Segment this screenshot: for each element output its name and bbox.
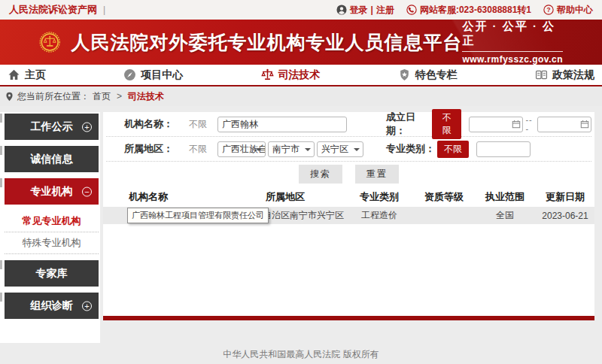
nav-item-judicial-tech[interactable]: 司法技术 xyxy=(261,68,321,82)
user-icon xyxy=(336,5,347,15)
sidebar-item-integrity-info[interactable]: 诚信信息 xyxy=(5,146,99,172)
org-name-any-text[interactable]: 不限 xyxy=(178,118,217,131)
province-select[interactable]: 广西壮族自治区 xyxy=(217,141,266,157)
sidebar-subitem-label: 特殊专业机构 xyxy=(23,236,81,250)
city-select[interactable]: 南宁市 xyxy=(268,141,315,157)
district-select-value: 兴宁区 xyxy=(321,143,348,156)
login-register-group: 登录 | 注册 xyxy=(336,4,394,17)
site-banner: 人民法院对外委托专业机构专业人员信息平台 公开 · 公平 · 公正 www.rm… xyxy=(0,20,602,65)
founding-date-label: 成立日期： xyxy=(386,111,432,138)
help-center-group[interactable]: ? 帮助中心 xyxy=(543,4,593,17)
form-actions: 搜索 重置 xyxy=(103,162,594,183)
col-header-org-name: 机构名称 xyxy=(103,190,226,204)
slogan-text: 公开 · 公平 · 公正 xyxy=(462,20,563,52)
sidebar-item-professional-orgs[interactable]: 专业机构 − xyxy=(5,178,99,205)
breadcrumb-current: 司法技术 xyxy=(128,90,164,103)
form-row-region: 所属地区： 不限 广西壮族自治区 南宁市 兴宁区 专业类别： 不限 xyxy=(106,137,591,162)
sidebar-subitem-common-orgs[interactable]: 常见专业机构 xyxy=(5,211,99,232)
sidebar-menu: 工作公示 + 诚信信息 专业机构 − 常见专业机构 特殊专业机构 专家库 组织诊… xyxy=(0,112,100,343)
col-header-updated: 更新日期 xyxy=(536,190,594,204)
nav-label: 政策法规 xyxy=(552,68,594,82)
col-header-scope: 执业范围 xyxy=(474,190,536,204)
hotline-text: 网站客服:023-63088881转1 xyxy=(420,4,531,17)
date-range-separator: --- xyxy=(525,115,535,133)
calendar-icon[interactable] xyxy=(580,120,589,129)
main-nav: 主页 项目中心 司法技术 特色专栏 政策法规 xyxy=(0,65,602,86)
org-name-input[interactable] xyxy=(217,117,347,132)
nav-item-home[interactable]: 主页 xyxy=(8,68,46,82)
topbar-divider: | xyxy=(103,5,105,15)
province-select-value: 广西壮族自治区 xyxy=(222,143,266,156)
help-center-link[interactable]: 帮助中心 xyxy=(557,4,593,17)
location-pin-icon xyxy=(5,92,14,102)
col-header-category: 专业类别 xyxy=(345,190,414,204)
org-scope-cell: 全国 xyxy=(474,209,536,222)
login-link[interactable]: 登录 xyxy=(350,4,368,17)
category-any-button[interactable]: 不限 xyxy=(437,141,469,158)
nav-label: 特色专栏 xyxy=(415,68,458,82)
category-label: 专业类别： xyxy=(386,142,437,156)
content-area: 工作公示 + 诚信信息 专业机构 − 常见专业机构 特殊专业机构 专家库 组织诊… xyxy=(0,106,602,343)
sidebar-item-work-publicity[interactable]: 工作公示 + xyxy=(5,114,99,140)
city-select-value: 南宁市 xyxy=(272,143,299,156)
nav-item-policies[interactable]: 政策法规 xyxy=(535,68,594,82)
court-emblem-icon xyxy=(39,25,60,59)
sidebar-item-org-diagnosis[interactable]: 组织诊断 + xyxy=(5,293,99,319)
top-utility-bar: 人民法院诉讼资产网 | 登录 | 注册 网站客服:023-63088881转1 … xyxy=(0,0,602,20)
col-header-grade: 资质等级 xyxy=(414,190,474,204)
sidebar-item-label: 专业机构 xyxy=(31,185,73,199)
reset-button[interactable]: 重置 xyxy=(355,165,399,184)
footer-copyright: 中华人民共和国最高人民法院 版权所有 xyxy=(0,343,602,361)
scales-icon xyxy=(261,68,274,81)
calendar-icon[interactable] xyxy=(512,120,521,129)
circle-minus-icon[interactable]: − xyxy=(82,187,92,196)
nav-item-featured-column[interactable]: 特色专栏 xyxy=(398,68,458,82)
breadcrumb: 您当前所在位置： 首页 > 司法技术 xyxy=(0,86,602,106)
sidebar-subitem-label: 常见专业机构 xyxy=(23,214,81,228)
hotline-group: 网站客服:023-63088881转1 xyxy=(406,4,531,17)
register-link[interactable]: 注册 xyxy=(376,4,394,17)
breadcrumb-separator: > xyxy=(117,91,122,102)
nav-label: 司法技术 xyxy=(278,68,321,82)
region-any-text[interactable]: 不限 xyxy=(178,143,217,156)
founding-date-any-button[interactable]: 不限 xyxy=(432,109,462,139)
help-icon: ? xyxy=(543,5,554,15)
sidebar-subitem-special-orgs[interactable]: 特殊专业机构 xyxy=(5,232,99,254)
category-input[interactable] xyxy=(476,141,531,157)
district-select[interactable]: 兴宁区 xyxy=(317,141,363,157)
login-register-divider: | xyxy=(371,5,373,15)
date-to-field xyxy=(537,117,591,132)
org-category-cell: 工程造价 xyxy=(345,209,414,222)
home-icon xyxy=(8,68,20,81)
org-name-tooltip: 广西翰林工程项目管理有限责任公司 xyxy=(127,208,269,223)
badge-star-icon xyxy=(398,68,411,81)
page-title: 人民法院对外委托专业机构专业人员信息平台 xyxy=(71,30,462,55)
region-label: 所属地区： xyxy=(124,142,178,156)
sidebar-item-label: 诚信信息 xyxy=(31,153,73,166)
breadcrumb-prefix: 您当前所在位置： xyxy=(17,90,90,103)
sidebar-item-label: 组织诊断 xyxy=(31,299,73,313)
col-header-region: 所属地区 xyxy=(226,190,345,204)
sidebar-item-label: 工作公示 xyxy=(31,120,73,134)
nav-label: 项目中心 xyxy=(141,68,183,82)
site-url: www.rmfysszc.gov.cn xyxy=(462,54,563,65)
nav-item-project-center[interactable]: 项目中心 xyxy=(123,68,183,82)
compass-icon xyxy=(123,68,136,81)
table-header-row: 机构名称 所属地区 专业类别 资质等级 执业范围 更新日期 xyxy=(103,187,594,207)
org-name-label: 机构名称： xyxy=(124,117,178,131)
svg-text:?: ? xyxy=(546,6,550,14)
sidebar-item-expert-pool[interactable]: 专家库 xyxy=(5,260,99,287)
phone-icon xyxy=(406,5,417,15)
breadcrumb-home-link[interactable]: 首页 xyxy=(93,90,111,103)
circle-plus-icon[interactable]: + xyxy=(82,122,92,132)
portal-site-link[interactable]: 人民法院诉讼资产网 xyxy=(9,3,97,17)
book-icon xyxy=(535,68,548,81)
sidebar-item-label: 专家库 xyxy=(36,267,68,281)
date-from-field xyxy=(469,117,523,132)
org-updated-cell: 2023-06-21 xyxy=(536,211,594,221)
nav-label: 主页 xyxy=(25,68,46,82)
search-button[interactable]: 搜索 xyxy=(299,165,342,184)
form-row-org-name: 机构名称： 不限 成立日期： 不限 --- xyxy=(106,112,591,137)
circle-plus-icon[interactable]: + xyxy=(82,301,92,311)
